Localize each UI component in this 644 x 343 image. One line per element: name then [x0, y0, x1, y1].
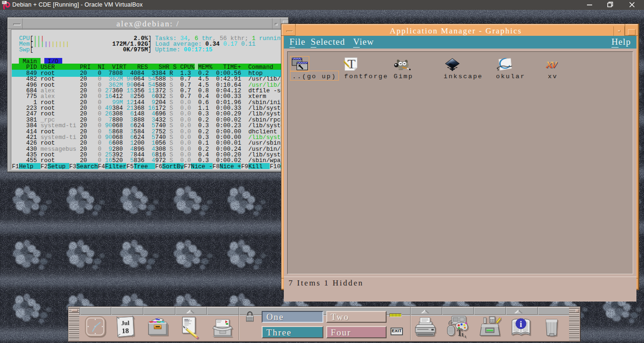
svg-text:t: t	[462, 331, 464, 338]
svg-text:Jul: Jul	[121, 319, 130, 327]
svg-text:t: t	[465, 334, 466, 339]
svg-text:T: T	[347, 57, 355, 71]
svg-text:xv: xv	[546, 58, 558, 71]
svg-text:18: 18	[122, 327, 129, 335]
svg-text:i: i	[520, 319, 522, 329]
